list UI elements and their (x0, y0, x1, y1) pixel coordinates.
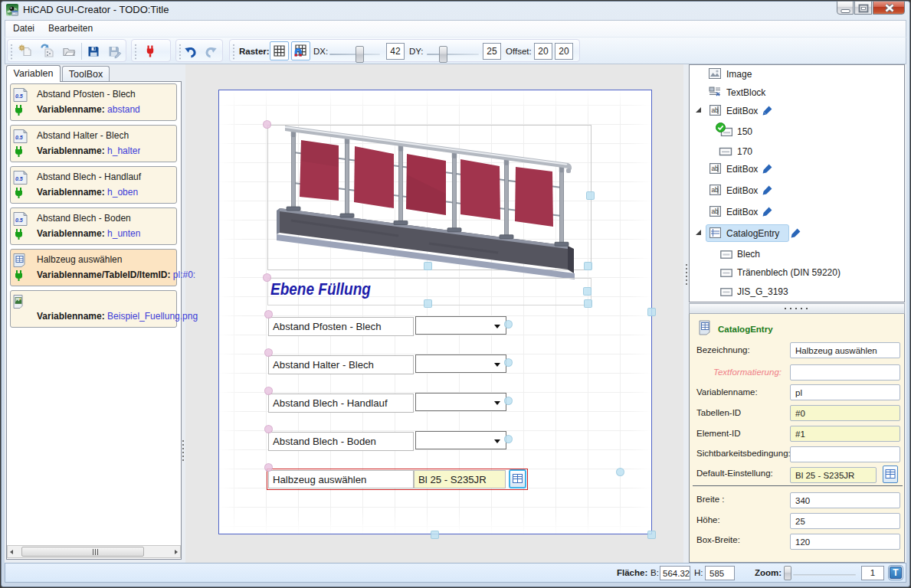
svg-text:0.5: 0.5 (15, 217, 23, 223)
svg-text:0.5: 0.5 (15, 176, 23, 181)
svg-text:0.5: 0.5 (15, 135, 23, 140)
svg-text:0.5: 0.5 (15, 93, 23, 99)
